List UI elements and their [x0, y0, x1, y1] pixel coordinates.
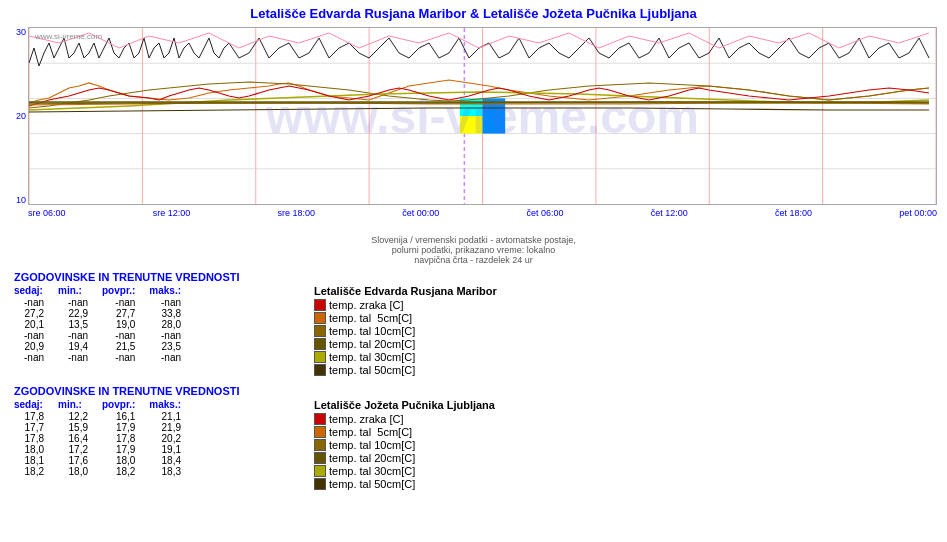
cell-min: 19,4 [58, 341, 102, 352]
label-text2: temp. tal 20cm[C] [329, 452, 415, 464]
cell-povpr: -nan [102, 330, 149, 341]
cell: 15,9 [58, 422, 102, 433]
legend-line3: navpična črta - razdelek 24 ur [0, 255, 947, 265]
label-row: temp. tal 10cm[C] [314, 325, 534, 337]
section2-labels: Letališče Jožeta Pučnika Ljubljana temp.… [314, 385, 534, 491]
color-swatch-3 [314, 325, 326, 337]
x-label-5: čet 12:00 [651, 208, 688, 218]
data-sections: ZGODOVINSKE IN TRENUTNE VREDNOSTI sedaj:… [0, 271, 947, 377]
label-row: temp. tal 50cm[C] [314, 364, 534, 376]
cell-maks: 33,8 [149, 308, 195, 319]
cell: 18,0 [14, 444, 58, 455]
table-row: -nan -nan -nan -nan [14, 330, 195, 341]
label-text2: temp. zraka [C] [329, 413, 404, 425]
label-text: temp. tal 5cm[C] [329, 312, 412, 324]
table-row: 17,8 16,4 17,8 20,2 [14, 433, 195, 444]
x-label-1: sre 12:00 [153, 208, 191, 218]
cell: 18,1 [14, 455, 58, 466]
table-row: 27,2 22,9 27,7 33,8 [14, 308, 195, 319]
table-row: 17,7 15,9 17,9 21,9 [14, 422, 195, 433]
section1-table: sedaj: min.: povpr.: maks.: -nan -nan -n… [14, 285, 195, 363]
table-row: 20,9 19,4 21,5 23,5 [14, 341, 195, 352]
label-text: temp. tal 50cm[C] [329, 364, 415, 376]
cell-sedaj: 27,2 [14, 308, 58, 319]
cell-maks: 23,5 [149, 341, 195, 352]
cell-min: 22,9 [58, 308, 102, 319]
cell: 17,7 [14, 422, 58, 433]
header-min2: min.: [58, 399, 102, 411]
color-swatch-5 [314, 351, 326, 363]
cell: 17,8 [14, 411, 58, 422]
header-maks2: maks.: [149, 399, 195, 411]
cell: 17,6 [58, 455, 102, 466]
section2-wrapper: ZGODOVINSKE IN TRENUTNE VREDNOSTI sedaj:… [0, 385, 947, 491]
color-swatch-4 [314, 338, 326, 350]
station1-name: Letališče Edvarda Rusjana Maribor [314, 285, 534, 297]
cell: 16,1 [102, 411, 149, 422]
section1-labels: Letališče Edvarda Rusjana Maribor temp. … [314, 271, 534, 377]
cell-povpr: -nan [102, 297, 149, 308]
label-row2-2: temp. tal 5cm[C] [314, 426, 534, 438]
cell: 17,8 [14, 433, 58, 444]
cell: 17,9 [102, 422, 149, 433]
label-row2-1: temp. zraka [C] [314, 413, 534, 425]
x-label-0: sre 06:00 [28, 208, 66, 218]
label-text2: temp. tal 30cm[C] [329, 465, 415, 477]
cell-povpr: -nan [102, 352, 149, 363]
cell: 17,8 [102, 433, 149, 444]
header-maks: maks.: [149, 285, 195, 297]
x-label-3: čet 00:00 [402, 208, 439, 218]
table-row: 18,0 17,2 17,9 19,1 [14, 444, 195, 455]
y-label-20: 20 [16, 111, 26, 121]
cell-min: -nan [58, 330, 102, 341]
watermark-small: www.si-vreme.com [35, 32, 102, 41]
table-row: -nan -nan -nan -nan [14, 352, 195, 363]
station2-name: Letališče Jožeta Pučnika Ljubljana [314, 399, 534, 411]
label-text2: temp. tal 5cm[C] [329, 426, 412, 438]
color-swatch-1 [314, 299, 326, 311]
cell-sedaj: -nan [14, 330, 58, 341]
label-text: temp. tal 20cm[C] [329, 338, 415, 350]
cell-maks: -nan [149, 330, 195, 341]
svg-rect-15 [460, 98, 483, 116]
section1-title: ZGODOVINSKE IN TRENUTNE VREDNOSTI [14, 271, 314, 283]
color-swatch2-4 [314, 452, 326, 464]
cell-povpr: 27,7 [102, 308, 149, 319]
cell-maks: -nan [149, 297, 195, 308]
color-swatch2-6 [314, 478, 326, 490]
cell: 18,0 [102, 455, 149, 466]
cell-povpr: 21,5 [102, 341, 149, 352]
table-row: 17,8 12,2 16,1 21,1 [14, 411, 195, 422]
y-label-30: 30 [16, 27, 26, 37]
section2: ZGODOVINSKE IN TRENUTNE VREDNOSTI sedaj:… [14, 385, 314, 491]
cell-povpr: 19,0 [102, 319, 149, 330]
header-min: min.: [58, 285, 102, 297]
label-row2-3: temp. tal 10cm[C] [314, 439, 534, 451]
x-label-7: pet 00:00 [899, 208, 937, 218]
cell: 21,9 [149, 422, 195, 433]
y-label-10: 10 [16, 195, 26, 205]
header-sedaj2: sedaj: [14, 399, 58, 411]
cell-min: 13,5 [58, 319, 102, 330]
cell: 12,2 [58, 411, 102, 422]
cell: 17,9 [102, 444, 149, 455]
cell-min: -nan [58, 297, 102, 308]
x-label-2: sre 18:00 [278, 208, 316, 218]
label-row: temp. tal 5cm[C] [314, 312, 534, 324]
label-row: temp. tal 30cm[C] [314, 351, 534, 363]
color-swatch-2 [314, 312, 326, 324]
cell: 18,3 [149, 466, 195, 477]
label-row: temp. tal 20cm[C] [314, 338, 534, 350]
y-axis: 30 20 10 [0, 27, 28, 205]
x-label-6: čet 18:00 [775, 208, 812, 218]
label-row2-6: temp. tal 50cm[C] [314, 478, 534, 490]
table-row: 18,1 17,6 18,0 18,4 [14, 455, 195, 466]
label-row: temp. zraka [C] [314, 299, 534, 311]
legend-area: Slovenija / vremenski podatki - avtomats… [0, 235, 947, 265]
header-sedaj: sedaj: [14, 285, 58, 297]
color-swatch2-1 [314, 413, 326, 425]
table-row: 20,1 13,5 19,0 28,0 [14, 319, 195, 330]
chart-area: www.si-vreme.com www.si-vreme.com [28, 27, 937, 205]
cell-min: -nan [58, 352, 102, 363]
label-text2: temp. tal 10cm[C] [329, 439, 415, 451]
